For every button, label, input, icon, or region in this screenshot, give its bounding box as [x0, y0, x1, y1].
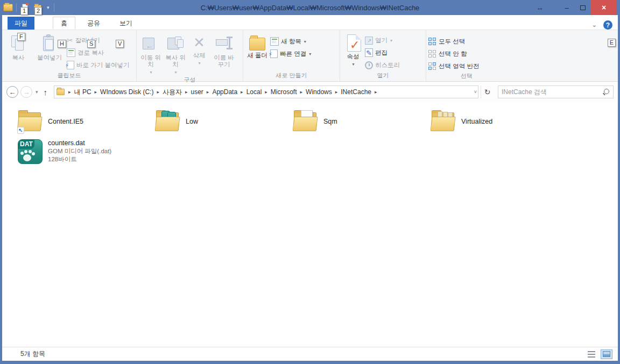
copy-path-button[interactable]: 경로 복사 [67, 48, 129, 58]
folder-icon [292, 108, 319, 135]
dropdown-arrow-icon: ▾ [352, 62, 354, 67]
group-label-clipboard: 클립보드 [4, 70, 134, 81]
tab-view[interactable]: 보기 [112, 17, 140, 30]
dropdown-arrow-icon: ▾ [304, 39, 306, 44]
history-icon [365, 61, 373, 69]
breadcrumb-chevron-icon[interactable]: ▸ [373, 89, 379, 95]
up-button[interactable]: ↑ [41, 88, 50, 97]
breadcrumb-chevron-icon[interactable]: ▸ [205, 89, 211, 95]
keytip-1: 1 [20, 7, 28, 15]
separator [54, 3, 54, 12]
breadcrumb-c-drive[interactable]: WIndows Disk (C:) [98, 87, 155, 97]
explorer-app-icon [3, 4, 13, 11]
breadcrumb-local[interactable]: Local [245, 87, 264, 97]
dropdown-arrow-icon: ▾ [198, 61, 200, 66]
copy-path-icon [67, 48, 75, 57]
select-none-button[interactable]: 선택 안 함 [428, 49, 479, 59]
new-folder-icon [249, 38, 265, 51]
recent-locations-icon[interactable]: ▾ [34, 89, 39, 95]
breadcrumb-inetcache[interactable]: INetCache [339, 87, 373, 97]
separator [16, 3, 17, 12]
edit-button[interactable]: 편집 [365, 48, 400, 58]
folder-icon [430, 108, 457, 135]
keytip-view: V [116, 40, 124, 48]
breadcrumb-windows[interactable]: Windows [304, 87, 334, 97]
properties-button[interactable]: 속성 ▾ [342, 32, 364, 67]
new-folder-button[interactable]: 새 폴더 [245, 32, 269, 59]
minimize-button[interactable]: – [559, 0, 575, 15]
breadcrumb-chevron-icon[interactable]: ▸ [239, 89, 245, 95]
window-controls: ↔ – × [532, 0, 617, 15]
title-bar: ▾ 1 2 C:₩Users₩user₩AppData₩Local₩Micros… [0, 0, 620, 15]
delete-button[interactable]: ✕ 삭제 ▾ [188, 32, 210, 66]
qat-dropdown-icon[interactable]: ▾ [46, 5, 51, 10]
tab-file[interactable]: 파일 [8, 17, 34, 30]
group-select: 모두 선택 선택 안 함 선택 영역 반전 선택 [426, 30, 507, 81]
breadcrumb-chevron-icon[interactable]: ▸ [67, 89, 73, 95]
file-tile-low[interactable]: Low [153, 106, 283, 137]
view-toggles [586, 349, 612, 359]
file-size: 128바이트 [48, 155, 111, 163]
breadcrumb-chevron-icon[interactable]: ▸ [334, 89, 340, 95]
refresh-icon[interactable]: ↻ [481, 85, 494, 98]
copy-to-icon [166, 34, 185, 53]
search-icon[interactable] [603, 89, 610, 96]
forward-button[interactable]: → [20, 86, 32, 98]
select-none-icon [428, 50, 436, 58]
maximize-icon [580, 5, 586, 10]
file-tile-virtualized[interactable]: Virtualized [429, 106, 558, 137]
breadcrumb-appdata[interactable]: AppData [210, 87, 239, 97]
thumbnail-view-icon [603, 351, 610, 357]
breadcrumb-chevron-icon[interactable]: ▸ [299, 89, 305, 95]
address-bar[interactable]: ▸ 내 PC▸ WIndows Disk (C:)▸ 사용자▸ user▸ Ap… [54, 85, 478, 98]
search-box [498, 85, 614, 98]
paste-icon [40, 34, 59, 53]
quick-access-toolbar: ▾ [3, 3, 54, 12]
breadcrumb-chevron-icon[interactable]: ▸ [184, 89, 189, 95]
dropdown-arrow-icon: ▾ [150, 70, 152, 75]
copy-to-button[interactable]: 복사 위치 ▾ [164, 32, 187, 75]
breadcrumb-users[interactable]: 사용자 [161, 87, 184, 98]
breadcrumb-user[interactable]: user [189, 87, 205, 97]
rename-button[interactable]: 이름 바꾸기 [211, 32, 237, 68]
navigation-bar: ← → ▾ ↑ ▸ 내 PC▸ WIndows Disk (C:)▸ 사용자▸ … [2, 82, 618, 102]
select-all-button[interactable]: 모두 선택 [428, 37, 479, 46]
thumbnail-view-button[interactable] [601, 349, 612, 359]
paste-shortcut-button[interactable]: 바로 가기 붙여넣기 [67, 60, 129, 70]
breadcrumb-microsoft[interactable]: Microsoft [269, 87, 299, 97]
invert-selection-button[interactable]: 선택 영역 반전 [428, 61, 479, 71]
help-icon[interactable]: ? [603, 20, 612, 30]
new-item-button[interactable]: 새 항목 ▾ [270, 37, 311, 46]
easy-access-button[interactable]: 빠른 연결 ▾ [270, 49, 311, 59]
tab-home[interactable]: 홈 [53, 17, 75, 30]
breadcrumb-chevron-icon[interactable]: ▸ [155, 89, 161, 95]
maximize-button[interactable] [575, 0, 591, 15]
details-view-button[interactable] [586, 349, 597, 359]
tab-share[interactable]: 공유 [80, 17, 108, 30]
breadcrumb-chevron-icon[interactable]: ▸ [263, 89, 269, 95]
easy-access-icon [270, 49, 278, 58]
edit-icon [365, 48, 373, 57]
move-to-button[interactable]: ← 이동 위치 ▾ [139, 32, 163, 75]
file-tile-counters-dat[interactable]: DAT counters.dat GOM 미디어 파일(.dat) 128바이트 [16, 137, 145, 168]
history-button[interactable]: 히스토리 [365, 60, 400, 70]
breadcrumb-chevron-icon[interactable]: ▸ [93, 89, 99, 95]
close-button[interactable]: × [591, 0, 617, 15]
open-icon [365, 37, 373, 45]
file-tile-content-ie5[interactable]: Content.IE5 [16, 106, 145, 137]
file-tile-sqm[interactable]: Sqm [291, 106, 420, 137]
keytip-help: E [608, 39, 616, 47]
breadcrumb-this-pc[interactable]: 내 PC [73, 87, 93, 98]
collapse-ribbon-icon[interactable]: ⌄ [592, 22, 597, 28]
back-button[interactable]: ← [6, 86, 18, 98]
address-dropdown-icon[interactable]: ˅ [474, 89, 477, 95]
nav-pane-toggle-icon[interactable]: ↔ [532, 0, 548, 15]
item-count: 5개 항목 [20, 349, 45, 359]
file-type: GOM 미디어 파일(.dat) [48, 147, 111, 155]
open-button[interactable]: 열기 ▾ [365, 35, 400, 45]
group-label-organize: 구성 [139, 75, 241, 85]
search-input[interactable] [502, 88, 603, 96]
window-title: C:₩Users₩user₩AppData₩Local₩Microsoft₩Wi… [0, 4, 620, 12]
delete-icon: ✕ [190, 34, 208, 51]
group-open: 속성 ▾ 열기 ▾ 편집 히스토리 [340, 30, 426, 81]
